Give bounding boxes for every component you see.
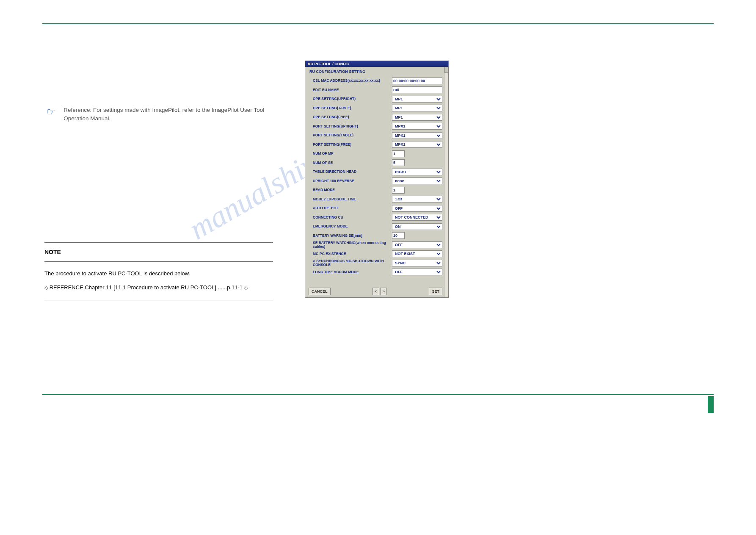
- label-mode2: MODE2 EXPOSURE TIME: [309, 197, 392, 201]
- label-num-se: NUM OF SE: [309, 161, 392, 165]
- note-title: NOTE: [44, 248, 273, 256]
- row-ope-table: OPE SETTING(TABLE) MP1: [309, 104, 442, 113]
- select-ope-free[interactable]: MP1: [392, 114, 442, 121]
- select-mcpc[interactable]: NOT EXIST: [392, 250, 442, 257]
- row-port-free: PORT SETTING(FREE) MPX1: [309, 140, 442, 150]
- row-conn-cu: CONNECTING CU NOT CONNECTED: [309, 213, 442, 222]
- select-port-free[interactable]: MPX1: [392, 141, 442, 148]
- select-se-batt[interactable]: OFF: [392, 241, 442, 248]
- note-body-line1: The procedure to activate RU PC-TOOL is …: [44, 267, 273, 281]
- dialog-scrollbar[interactable]: [444, 67, 448, 297]
- row-csl-mac: CSL MAC ADDRESS(xx:xx:xx:xx:xx:xx): [309, 76, 442, 86]
- row-se-batt: SE BATTERY WATCHING(when connecting cabl…: [309, 240, 442, 249]
- note-steps-text: REFERENCE Chapter 11 [11.1 Procedure to …: [50, 284, 243, 291]
- label-table-dir: TABLE DIRECTION HEAD: [309, 170, 392, 174]
- config-dialog: RU PC-TOOL / CONFIG RU CONFIGURATION SET…: [305, 61, 449, 298]
- select-conn-cu[interactable]: NOT CONNECTED: [392, 214, 442, 221]
- input-batt-warn[interactable]: [392, 232, 405, 239]
- label-csl-mac: CSL MAC ADDRESS(xx:xx:xx:xx:xx:xx): [309, 79, 392, 83]
- label-ope-upright: OPE SETTING(UPRIGHT): [309, 97, 392, 101]
- dialog-body: RU CONFIGURATION SETTING CSL MAC ADDRESS…: [305, 67, 444, 286]
- label-conn-cu: CONNECTING CU: [309, 216, 392, 219]
- note-rule-top: [44, 242, 273, 243]
- select-mode2[interactable]: 1.2s: [392, 196, 442, 202]
- row-edit-ru: EDIT RU NAME: [309, 86, 442, 95]
- cancel-button[interactable]: CANCEL: [309, 288, 331, 295]
- input-read-mode[interactable]: [392, 187, 405, 194]
- label-batt-warn: BATTERY WARNING SE[min]: [309, 234, 392, 238]
- label-mcpc: MC-PC EXISTENCE: [309, 252, 392, 256]
- select-emerg[interactable]: ON: [392, 223, 442, 230]
- pager: < >: [372, 288, 387, 295]
- label-longtime: LONG TIME ACCUM MODE: [309, 270, 392, 274]
- dialog-titlebar: RU PC-TOOL / CONFIG: [305, 61, 448, 67]
- select-sync[interactable]: SYNC: [392, 260, 442, 266]
- select-ope-table[interactable]: MP1: [392, 105, 442, 111]
- dialog-footer: CANCEL < > SET: [309, 287, 442, 296]
- note-steps: ◇ REFERENCE Chapter 11 [11.1 Procedure t…: [44, 281, 273, 295]
- row-ope-free: OPE SETTING(FREE) MP1: [309, 113, 442, 122]
- row-upright180: UPRIGHT 180 REVERSE none: [309, 177, 442, 186]
- row-mode2: MODE2 EXPOSURE TIME 1.2s: [309, 195, 442, 204]
- row-auto-detect: AUTO DETECT OFF: [309, 204, 442, 213]
- select-port-upright[interactable]: MPX1: [392, 123, 442, 130]
- select-port-table[interactable]: MPX1: [392, 132, 442, 139]
- footer-rule: [42, 394, 714, 395]
- note-rule-mid: [44, 261, 273, 262]
- row-table-dir: TABLE DIRECTION HEAD RIGHT: [309, 167, 442, 177]
- label-edit-ru: EDIT RU NAME: [309, 88, 392, 92]
- select-table-dir[interactable]: RIGHT: [392, 169, 442, 175]
- row-mcpc: MC-PC EXISTENCE NOT EXIST: [309, 249, 442, 259]
- row-port-table: PORT SETTING(TABLE) MPX1: [309, 131, 442, 140]
- row-num-se: NUM OF SE: [309, 158, 442, 168]
- label-emerg: EMERGENCY MODE: [309, 225, 392, 228]
- header-rule: [42, 23, 714, 24]
- group-title: RU CONFIGURATION SETTING: [309, 69, 442, 74]
- diamond-icon: ◇: [244, 285, 248, 290]
- row-ope-upright: OPE SETTING(UPRIGHT) MP1: [309, 94, 442, 104]
- select-upright180[interactable]: none: [392, 177, 442, 184]
- row-port-upright: PORT SETTING(UPRIGHT) MPX1: [309, 122, 442, 131]
- input-csl-mac[interactable]: [392, 78, 442, 84]
- select-auto-detect[interactable]: OFF: [392, 205, 442, 212]
- label-port-upright: PORT SETTING(UPRIGHT): [309, 125, 392, 128]
- label-upright180: UPRIGHT 180 REVERSE: [309, 179, 392, 183]
- pointing-hand-icon: ☞: [47, 106, 62, 118]
- page-edge-tab: [708, 396, 714, 413]
- prev-button[interactable]: <: [372, 288, 379, 295]
- label-ope-free: OPE SETTING(FREE): [309, 115, 392, 119]
- label-ope-table: OPE SETTING(TABLE): [309, 106, 392, 110]
- label-num-mp: NUM OF MP: [309, 152, 392, 155]
- scrollbar-thumb[interactable]: [444, 67, 448, 73]
- label-port-free: PORT SETTING(FREE): [309, 143, 392, 147]
- row-batt-warn: BATTERY WARNING SE[min]: [309, 231, 442, 241]
- label-port-table: PORT SETTING(TABLE): [309, 133, 392, 137]
- row-num-mp: NUM OF MP: [309, 149, 442, 158]
- row-emerg: EMERGENCY MODE ON: [309, 222, 442, 231]
- select-ope-upright[interactable]: MP1: [392, 96, 442, 103]
- label-auto-detect: AUTO DETECT: [309, 206, 392, 210]
- label-sync: A SYNCHRONOUS MC-SHUTDOWN WITH CONSOLE: [309, 259, 392, 267]
- set-button[interactable]: SET: [429, 288, 442, 295]
- input-num-se[interactable]: [392, 159, 405, 166]
- select-longtime[interactable]: OFF: [392, 269, 442, 275]
- label-se-batt: SE BATTERY WATCHING(when connecting cabl…: [309, 241, 392, 249]
- input-edit-ru[interactable]: [392, 86, 442, 93]
- row-sync: A SYNCHRONOUS MC-SHUTDOWN WITH CONSOLE S…: [309, 258, 442, 268]
- input-num-mp[interactable]: [392, 150, 405, 157]
- note-rule-bottom: [44, 300, 273, 300]
- label-read-mode: READ MODE: [309, 188, 392, 192]
- note-block: NOTE The procedure to activate RU PC-TOO…: [44, 237, 273, 305]
- reference-text: Reference: For settings made with ImageP…: [63, 106, 275, 123]
- diamond-icon: ◇: [44, 285, 48, 290]
- left-column: ☞ Reference: For settings made with Imag…: [47, 106, 284, 123]
- row-longtime: LONG TIME ACCUM MODE OFF: [309, 268, 442, 277]
- next-button[interactable]: >: [380, 288, 387, 295]
- row-read-mode: READ MODE: [309, 186, 442, 195]
